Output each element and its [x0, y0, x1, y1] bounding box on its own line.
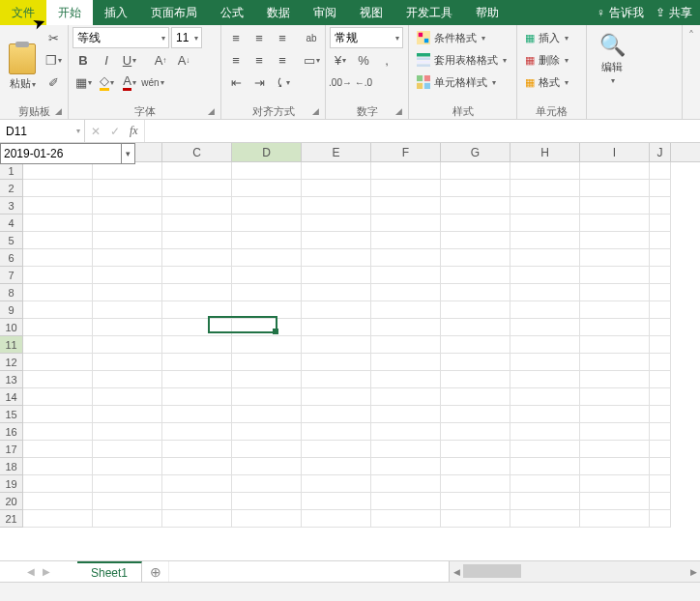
- enter-formula-button[interactable]: ✓: [110, 125, 120, 138]
- number-format-select[interactable]: 常规▾: [330, 27, 403, 48]
- table-format-icon: [417, 53, 430, 67]
- row-header-16[interactable]: 16: [0, 423, 22, 441]
- insert-function-button[interactable]: fx: [130, 124, 138, 138]
- sheet-tab-1[interactable]: Sheet1: [77, 561, 142, 582]
- format-cells-button[interactable]: ▦格式▾: [521, 72, 582, 93]
- format-as-table-button[interactable]: 套用表格格式▾: [413, 49, 512, 71]
- delete-cells-button[interactable]: ▦删除▾: [521, 49, 582, 71]
- paste-button[interactable]: 粘贴▾: [4, 27, 41, 103]
- tab-data[interactable]: 数据: [255, 0, 302, 25]
- cancel-formula-button[interactable]: ✕: [91, 125, 101, 138]
- orientation-button[interactable]: ⤹▾: [272, 72, 293, 93]
- increase-decimal-button[interactable]: .00→: [330, 72, 351, 93]
- increase-indent-button[interactable]: ⇥: [248, 72, 270, 93]
- copy-button[interactable]: ❐▾: [43, 49, 64, 71]
- row-header-12[interactable]: 12: [0, 354, 22, 371]
- row-header-7[interactable]: 7: [0, 267, 22, 284]
- col-header-I[interactable]: I: [580, 143, 650, 161]
- col-header-F[interactable]: F: [371, 143, 441, 161]
- row-header-13[interactable]: 13: [0, 371, 22, 388]
- bold-button[interactable]: B: [73, 49, 94, 71]
- row-header-4[interactable]: 4: [0, 215, 22, 232]
- find-select-button[interactable]: 🔍 编辑 ▾: [591, 27, 633, 103]
- comma-button[interactable]: ,: [376, 49, 397, 71]
- row-header-1[interactable]: 1: [0, 162, 22, 180]
- cell-styles-button[interactable]: 单元格样式▾: [413, 72, 512, 93]
- row-header-5[interactable]: 5: [0, 232, 22, 249]
- accounting-format-button[interactable]: ¥▾: [330, 49, 351, 71]
- sheet-nav-buttons[interactable]: ◀▶: [0, 561, 77, 582]
- merge-center-button[interactable]: ▭▾: [299, 49, 324, 71]
- row-header-8[interactable]: 8: [0, 284, 22, 301]
- name-box[interactable]: D11▾: [0, 120, 85, 142]
- add-sheet-button[interactable]: ⊕: [142, 561, 169, 582]
- row-header-2[interactable]: 2: [0, 180, 22, 197]
- percent-button[interactable]: %: [353, 49, 374, 71]
- formula-input[interactable]: [145, 120, 700, 142]
- dialog-launcher-icon[interactable]: ◢: [55, 106, 62, 116]
- conditional-formatting-button[interactable]: 条件格式▾: [413, 27, 512, 48]
- dialog-launcher-icon[interactable]: ◢: [208, 106, 215, 116]
- format-painter-button[interactable]: ✐: [43, 72, 64, 93]
- col-header-G[interactable]: G: [441, 143, 510, 161]
- cut-button[interactable]: ✂: [43, 27, 64, 48]
- fill-color-button[interactable]: ◇▾: [96, 72, 117, 93]
- row-header-17[interactable]: 17: [0, 441, 22, 458]
- row-headers[interactable]: 123456789101112131415161718192021: [0, 162, 23, 528]
- chevron-down-icon[interactable]: ▾: [121, 144, 134, 163]
- align-middle-button[interactable]: ≡: [248, 27, 270, 48]
- worksheet-grid[interactable]: ABCDEFGHIJ 12345678910111213141516171819…: [0, 143, 700, 560]
- tab-review[interactable]: 审阅: [302, 0, 348, 25]
- align-left-button[interactable]: ≡: [225, 49, 247, 71]
- cells-area[interactable]: [23, 162, 700, 560]
- phonetic-button[interactable]: wén▾: [142, 72, 163, 93]
- font-name-select[interactable]: 等线▾: [73, 27, 169, 48]
- underline-button[interactable]: U▾: [119, 49, 140, 71]
- horizontal-scrollbar[interactable]: ◀▶: [449, 561, 700, 582]
- tab-home[interactable]: 开始: [46, 0, 93, 25]
- col-header-J[interactable]: J: [650, 143, 671, 161]
- row-header-19[interactable]: 19: [0, 475, 22, 493]
- row-header-11[interactable]: 11: [0, 336, 22, 354]
- grow-font-button[interactable]: A↑: [150, 49, 171, 71]
- row-header-6[interactable]: 6: [0, 249, 22, 267]
- row-header-18[interactable]: 18: [0, 458, 22, 475]
- row-header-10[interactable]: 10: [0, 319, 22, 336]
- collapse-ribbon-button[interactable]: ˄: [683, 25, 700, 119]
- align-right-button[interactable]: ≡: [272, 49, 293, 71]
- shrink-font-button[interactable]: A↓: [173, 49, 194, 71]
- share-button[interactable]: ⇪ 共享: [656, 5, 692, 21]
- col-header-H[interactable]: H: [510, 143, 580, 161]
- decrease-indent-button[interactable]: ⇤: [225, 72, 247, 93]
- tab-page-layout[interactable]: 页面布局: [139, 0, 209, 25]
- font-color-button[interactable]: A▾: [119, 72, 140, 93]
- row-header-15[interactable]: 15: [0, 406, 22, 423]
- align-top-button[interactable]: ≡: [225, 27, 247, 48]
- col-header-D[interactable]: D: [232, 143, 302, 161]
- tab-view[interactable]: 视图: [348, 0, 394, 25]
- col-header-E[interactable]: E: [302, 143, 371, 161]
- align-bottom-button[interactable]: ≡: [272, 27, 293, 48]
- italic-button[interactable]: I: [96, 49, 117, 71]
- cell-a1-dropdown[interactable]: 2019-01-26▾: [0, 143, 135, 164]
- row-header-14[interactable]: 14: [0, 388, 22, 406]
- wrap-text-button[interactable]: ab: [299, 27, 324, 48]
- decrease-decimal-button[interactable]: ←.0: [353, 72, 374, 93]
- dialog-launcher-icon[interactable]: ◢: [312, 106, 319, 116]
- tab-help[interactable]: 帮助: [464, 0, 510, 25]
- dialog-launcher-icon[interactable]: ◢: [395, 106, 402, 116]
- tab-file[interactable]: 文件 ➤: [0, 0, 46, 25]
- tell-me-button[interactable]: ♀ 告诉我: [597, 5, 644, 21]
- tab-formulas[interactable]: 公式: [209, 0, 255, 25]
- row-header-20[interactable]: 20: [0, 493, 22, 510]
- row-header-9[interactable]: 9: [0, 301, 22, 319]
- borders-button[interactable]: ▦▾: [73, 72, 94, 93]
- align-center-button[interactable]: ≡: [248, 49, 270, 71]
- tab-developer[interactable]: 开发工具: [394, 0, 464, 25]
- row-header-21[interactable]: 21: [0, 510, 22, 528]
- row-header-3[interactable]: 3: [0, 197, 22, 215]
- col-header-C[interactable]: C: [162, 143, 232, 161]
- insert-cells-button[interactable]: ▦插入▾: [521, 27, 582, 48]
- font-size-select[interactable]: 11▾: [171, 27, 202, 48]
- tab-insert[interactable]: 插入: [93, 0, 139, 25]
